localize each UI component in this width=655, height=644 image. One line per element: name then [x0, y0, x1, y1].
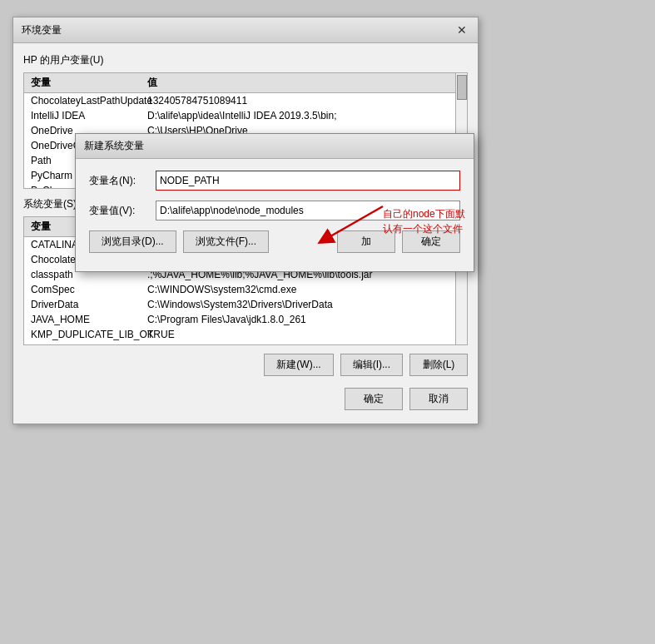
table-row[interactable]: IntelliJ IDEA D:\alife\app\idea\IntelliJ…: [24, 108, 467, 123]
main-cancel-button[interactable]: 取消: [409, 388, 468, 410]
browse-file-button[interactable]: 浏览文件(F)...: [183, 230, 269, 253]
table-row[interactable]: M2_HOME D:\alife\...\...3.6.3\bin;...3.6…: [24, 342, 467, 345]
user-col-var-header: 变量: [27, 75, 144, 91]
delete-system-var-button[interactable]: 删除(L): [409, 354, 468, 376]
main-ok-button[interactable]: 确定: [345, 388, 403, 410]
table-row[interactable]: JAVA_HOME C:\Program Files\Java\jdk1.8.0…: [24, 312, 467, 327]
sub-dialog-title: 新建系统变量: [76, 134, 474, 159]
system-action-buttons: 新建(W)... 编辑(I)... 删除(L): [23, 354, 468, 379]
edit-system-var-button[interactable]: 编辑(I)...: [340, 354, 403, 376]
main-confirm-buttons: 确定 取消: [23, 388, 468, 414]
scrollbar-thumb[interactable]: [457, 75, 467, 100]
table-row[interactable]: KMP_DUPLICATE_LIB_OK TRUE: [24, 327, 467, 342]
browse-dir-button[interactable]: 浏览目录(D)...: [89, 230, 176, 253]
dialog-title: 环境变量: [22, 23, 62, 37]
new-system-var-button[interactable]: 新建(W)...: [264, 354, 333, 376]
close-button[interactable]: ✕: [454, 22, 469, 37]
red-arrow-icon: [308, 198, 391, 248]
title-bar: 环境变量 ✕: [13, 17, 478, 43]
annotation-text: 自己的node下面默 认有一个这个文件: [383, 206, 465, 236]
table-row[interactable]: DriverData C:\Windows\System32\Drivers\D…: [24, 297, 467, 312]
annotation-container: 自己的node下面默 认有一个这个文件: [383, 206, 465, 236]
var-name-label: 变量名(N):: [89, 174, 156, 188]
var-name-field-row: 变量名(N):: [89, 171, 460, 191]
user-table-header: 变量 值: [24, 73, 467, 93]
table-row[interactable]: ChocolateyLastPathUpdate 132405784751089…: [24, 93, 467, 108]
var-value-label: 变量值(V):: [89, 204, 156, 218]
user-section-label: HP 的用户变量(U): [23, 53, 468, 67]
user-col-val-header: 值: [144, 75, 464, 91]
sub-dialog-new-system-var: 新建系统变量 变量名(N): 变量值(V): 浏览目录(D)... 浏览文件(F…: [75, 133, 474, 272]
table-row[interactable]: ComSpec C:\WINDOWS\system32\cmd.exe: [24, 282, 467, 297]
var-name-input[interactable]: [156, 171, 460, 191]
svg-line-1: [325, 206, 383, 240]
